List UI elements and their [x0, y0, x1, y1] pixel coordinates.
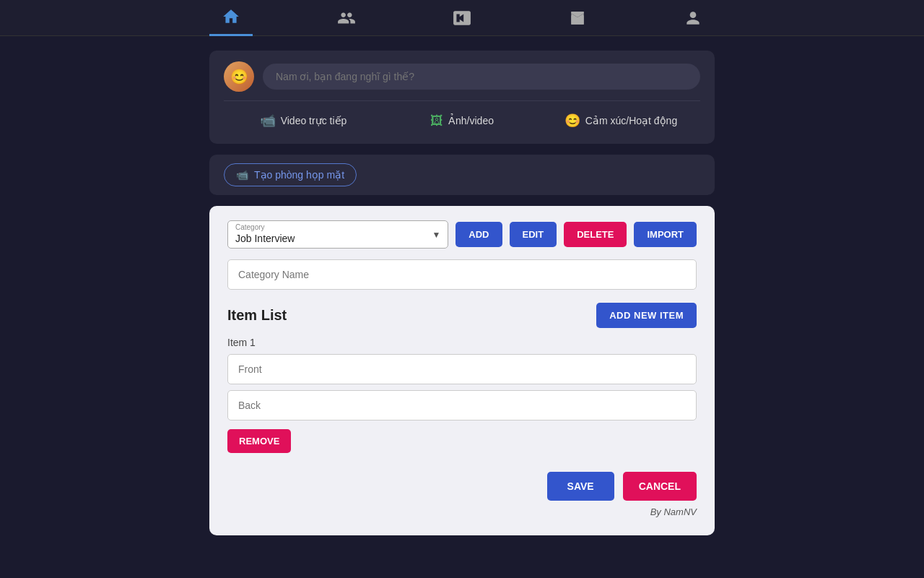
- item-1-container: Item 1 REMOVE: [227, 337, 697, 465]
- meet-room-bar: 📹 Tạo phòng họp mặt: [209, 155, 715, 195]
- add-new-item-button[interactable]: ADD NEW ITEM: [596, 303, 697, 328]
- photo-video-button[interactable]: 🖼 Ảnh/video: [383, 108, 541, 133]
- flashcard-panel: Category Job Interview General Business …: [209, 206, 715, 535]
- category-dropdown[interactable]: Job Interview General Business IELTS: [235, 224, 440, 244]
- nav-video[interactable]: [440, 0, 484, 36]
- add-category-button[interactable]: ADD: [456, 222, 502, 247]
- item-1-label: Item 1: [227, 337, 697, 348]
- category-label: Category: [235, 223, 265, 231]
- item-1-front-input[interactable]: [227, 354, 697, 384]
- nav-community[interactable]: [671, 0, 715, 36]
- live-video-label: Video trực tiếp: [281, 115, 347, 126]
- save-button[interactable]: SAVE: [547, 472, 614, 501]
- post-input[interactable]: [263, 64, 700, 90]
- emoji-icon: 😊: [565, 113, 580, 129]
- photo-label: Ảnh/video: [448, 115, 494, 126]
- live-video-icon: 📹: [260, 113, 276, 129]
- category-select-wrapper: Category Job Interview General Business …: [227, 220, 448, 249]
- emoji-button[interactable]: 😊 Cảm xúc/Hoạt động: [541, 108, 700, 133]
- edit-category-button[interactable]: EDIT: [510, 222, 557, 247]
- meeting-label: Tạo phòng họp mặt: [254, 169, 344, 181]
- delete-category-button[interactable]: DELETE: [564, 222, 627, 247]
- author-credit: By NamNV: [227, 506, 697, 517]
- nav-home[interactable]: [209, 0, 253, 36]
- bottom-actions: SAVE CANCEL: [227, 472, 697, 501]
- import-category-button[interactable]: IMPORT: [634, 222, 697, 247]
- nav-people[interactable]: [325, 0, 368, 36]
- top-navigation: [0, 0, 924, 36]
- center-panel: 😊 📹 Video trực tiếp 🖼 Ảnh/video 😊 Cảm xú…: [209, 51, 715, 535]
- post-actions: 📹 Video trực tiếp 🖼 Ảnh/video 😊 Cảm xúc/…: [224, 100, 700, 133]
- item-list-header: Item List ADD NEW ITEM: [227, 303, 697, 328]
- post-input-row: 😊: [224, 61, 700, 92]
- nav-shop[interactable]: [556, 0, 599, 36]
- item-1-back-input[interactable]: [227, 390, 697, 420]
- cancel-button[interactable]: CANCEL: [623, 472, 697, 501]
- item-list-title: Item List: [227, 307, 287, 324]
- avatar: 😊: [224, 61, 254, 92]
- remove-item-1-button[interactable]: REMOVE: [227, 429, 291, 453]
- create-meeting-button[interactable]: 📹 Tạo phòng họp mặt: [224, 163, 357, 186]
- emoji-label: Cảm xúc/Hoạt động: [585, 115, 677, 126]
- main-content: 😊 📹 Video trực tiếp 🖼 Ảnh/video 😊 Cảm xú…: [0, 36, 924, 550]
- meeting-icon: 📹: [236, 169, 248, 181]
- category-row: Category Job Interview General Business …: [227, 220, 697, 249]
- photo-icon: 🖼: [430, 113, 443, 129]
- post-box: 😊 📹 Video trực tiếp 🖼 Ảnh/video 😊 Cảm xú…: [209, 51, 715, 144]
- live-video-button[interactable]: 📹 Video trực tiếp: [224, 108, 383, 133]
- svg-point-0: [690, 12, 697, 18]
- category-name-input[interactable]: [227, 259, 697, 290]
